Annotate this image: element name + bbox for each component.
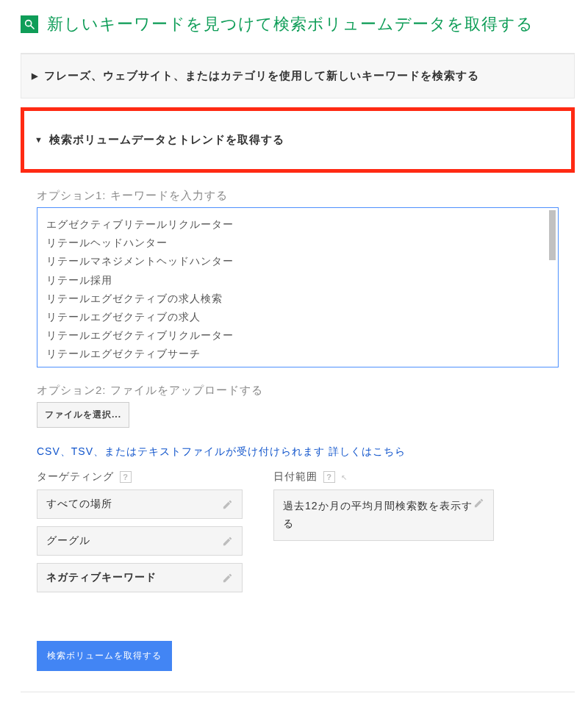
targeting-location[interactable]: すべての場所 [37,489,243,519]
targeting-network[interactable]: グーグル [37,526,243,556]
help-icon[interactable]: ? [323,471,335,483]
accordion-search-volume-label: 検索ボリュームデータとトレンドを取得する [49,133,284,147]
option1-label: オプション1: キーワードを入力する [37,189,559,203]
targeting-location-label: すべての場所 [46,498,112,511]
cursor-icon: ↖ [341,473,348,481]
help-icon[interactable]: ? [120,471,132,483]
accordion-find-keywords-label: フレーズ、ウェブサイト、またはカテゴリを使用して新しいキーワードを検索する [44,69,479,83]
daterange-selector[interactable]: 過去12か月の平均月間検索数を表示する [273,489,494,541]
file-hint-text: CSV、TSV、またはテキストファイルが受け付けられます [37,445,329,457]
daterange-header: 日付範囲 [273,470,318,484]
learn-more-link[interactable]: 詳しくはこちら [329,445,406,457]
targeting-header: ターゲティング [37,470,114,484]
chevron-right-icon: ▶ [32,72,38,80]
page-title: 新しいキーワードを見つけて検索ボリュームデータを取得する [47,13,534,35]
scrollbar[interactable] [549,210,556,367]
accordion-search-volume[interactable]: ▼ 検索ボリュームデータとトレンドを取得する [21,107,575,173]
keyword-textarea[interactable] [37,207,559,367]
search-icon [21,15,38,33]
file-hint: CSV、TSV、またはテキストファイルが受け付けられます 詳しくはこちら [37,445,559,459]
targeting-network-label: グーグル [46,534,90,548]
pencil-icon [222,499,233,510]
get-search-volume-button[interactable]: 検索ボリュームを取得する [37,641,172,671]
choose-file-button[interactable]: ファイルを選択... [37,402,129,428]
accordion-find-keywords[interactable]: ▶ フレーズ、ウェブサイト、またはカテゴリを使用して新しいキーワードを検索する [21,54,575,98]
planner-card: ▶ フレーズ、ウェブサイト、またはカテゴリを使用して新しいキーワードを検索する … [21,53,575,692]
pencil-icon [473,498,484,509]
accordion-body: オプション1: キーワードを入力する オプション2: ファイルをアップロードする… [21,173,575,692]
option2-label: オプション2: ファイルをアップロードする [37,384,559,398]
targeting-negative-keywords[interactable]: ネガティブキーワード [37,563,243,592]
daterange-value: 過去12か月の平均月間検索数を表示する [283,498,473,533]
scrollbar-thumb[interactable] [549,210,556,260]
pencil-icon [222,536,233,547]
page-title-row: 新しいキーワードを見つけて検索ボリュームデータを取得する [21,13,575,35]
targeting-negative-label: ネガティブキーワード [46,571,157,584]
chevron-down-icon: ▼ [35,136,43,144]
pencil-icon [222,573,233,584]
